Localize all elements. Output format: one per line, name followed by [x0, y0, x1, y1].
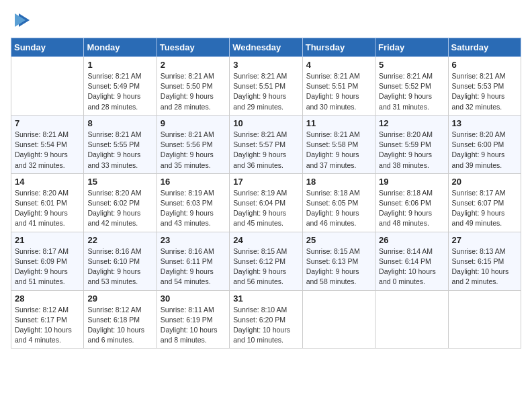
day-info: Sunrise: 8:19 AM Sunset: 6:04 PM Dayligh…	[233, 188, 298, 229]
calendar-day-cell: 17Sunrise: 8:19 AM Sunset: 6:04 PM Dayli…	[230, 173, 302, 232]
day-number: 1	[87, 60, 152, 70]
logo	[11, 11, 31, 30]
day-number: 18	[306, 177, 371, 187]
day-number: 7	[15, 118, 80, 128]
day-info: Sunrise: 8:21 AM Sunset: 5:50 PM Dayligh…	[161, 71, 226, 112]
day-info: Sunrise: 8:21 AM Sunset: 5:51 PM Dayligh…	[233, 71, 298, 112]
day-info: Sunrise: 8:16 AM Sunset: 6:11 PM Dayligh…	[161, 246, 226, 287]
calendar-day-cell: 10Sunrise: 8:21 AM Sunset: 5:57 PM Dayli…	[230, 115, 302, 173]
calendar-day-cell: 11Sunrise: 8:21 AM Sunset: 5:58 PM Dayli…	[302, 115, 375, 173]
day-info: Sunrise: 8:21 AM Sunset: 5:58 PM Dayligh…	[306, 130, 371, 171]
day-number: 10	[233, 118, 298, 128]
day-number: 31	[233, 293, 298, 304]
day-number: 15	[87, 177, 152, 187]
calendar-day-cell: 14Sunrise: 8:20 AM Sunset: 6:01 PM Dayli…	[11, 173, 84, 232]
day-info: Sunrise: 8:18 AM Sunset: 6:05 PM Dayligh…	[306, 188, 371, 229]
day-number: 14	[15, 177, 80, 187]
weekday-header-cell: Friday	[375, 38, 448, 57]
day-number: 22	[87, 235, 152, 245]
calendar-day-cell: 16Sunrise: 8:19 AM Sunset: 6:03 PM Dayli…	[157, 173, 229, 232]
day-number: 21	[15, 235, 80, 245]
day-info: Sunrise: 8:21 AM Sunset: 5:56 PM Dayligh…	[161, 130, 226, 171]
calendar-day-cell: 25Sunrise: 8:15 AM Sunset: 6:13 PM Dayli…	[302, 232, 375, 290]
weekday-header-cell: Tuesday	[157, 38, 229, 57]
calendar-day-cell: 6Sunrise: 8:21 AM Sunset: 5:53 PM Daylig…	[448, 57, 521, 116]
day-info: Sunrise: 8:17 AM Sunset: 6:07 PM Dayligh…	[452, 188, 517, 229]
day-number: 29	[87, 293, 152, 304]
day-info: Sunrise: 8:21 AM Sunset: 5:54 PM Dayligh…	[15, 130, 80, 171]
weekday-header-cell: Saturday	[448, 38, 521, 57]
calendar-day-cell: 18Sunrise: 8:18 AM Sunset: 6:05 PM Dayli…	[302, 173, 375, 232]
day-number: 9	[161, 118, 226, 128]
calendar-week-row: 14Sunrise: 8:20 AM Sunset: 6:01 PM Dayli…	[11, 173, 521, 232]
calendar-day-cell: 7Sunrise: 8:21 AM Sunset: 5:54 PM Daylig…	[11, 115, 84, 173]
day-number: 3	[233, 60, 298, 70]
calendar-week-row: 7Sunrise: 8:21 AM Sunset: 5:54 PM Daylig…	[11, 115, 521, 173]
calendar-day-cell: 27Sunrise: 8:13 AM Sunset: 6:15 PM Dayli…	[448, 232, 521, 290]
calendar-day-cell: 13Sunrise: 8:20 AM Sunset: 6:00 PM Dayli…	[448, 115, 521, 173]
day-number: 23	[161, 235, 226, 245]
day-number: 16	[161, 177, 226, 187]
calendar-day-cell: 31Sunrise: 8:10 AM Sunset: 6:20 PM Dayli…	[230, 290, 302, 349]
day-info: Sunrise: 8:20 AM Sunset: 6:02 PM Dayligh…	[87, 188, 152, 229]
day-info: Sunrise: 8:15 AM Sunset: 6:12 PM Dayligh…	[233, 246, 298, 287]
calendar-day-cell: 26Sunrise: 8:14 AM Sunset: 6:14 PM Dayli…	[375, 232, 448, 290]
day-number: 26	[379, 235, 444, 245]
day-info: Sunrise: 8:10 AM Sunset: 6:20 PM Dayligh…	[233, 305, 298, 346]
calendar-week-row: 1Sunrise: 8:21 AM Sunset: 5:49 PM Daylig…	[11, 57, 521, 116]
day-number: 28	[15, 293, 80, 304]
calendar-week-row: 21Sunrise: 8:17 AM Sunset: 6:09 PM Dayli…	[11, 232, 521, 290]
day-info: Sunrise: 8:21 AM Sunset: 5:49 PM Dayligh…	[87, 71, 152, 112]
day-number: 8	[87, 118, 152, 128]
day-number: 30	[161, 293, 226, 304]
day-info: Sunrise: 8:17 AM Sunset: 6:09 PM Dayligh…	[15, 246, 80, 287]
calendar-day-cell: 28Sunrise: 8:12 AM Sunset: 6:17 PM Dayli…	[11, 290, 84, 349]
day-info: Sunrise: 8:13 AM Sunset: 6:15 PM Dayligh…	[452, 246, 517, 287]
calendar-day-cell: 29Sunrise: 8:12 AM Sunset: 6:18 PM Dayli…	[84, 290, 157, 349]
calendar-day-cell: 12Sunrise: 8:20 AM Sunset: 5:59 PM Dayli…	[375, 115, 448, 173]
logo-icon	[12, 11, 31, 30]
calendar-table: SundayMondayTuesdayWednesdayThursdayFrid…	[11, 38, 521, 349]
day-info: Sunrise: 8:21 AM Sunset: 5:53 PM Dayligh…	[452, 71, 517, 112]
calendar-day-cell: 5Sunrise: 8:21 AM Sunset: 5:52 PM Daylig…	[375, 57, 448, 116]
calendar-day-cell: 20Sunrise: 8:17 AM Sunset: 6:07 PM Dayli…	[448, 173, 521, 232]
day-info: Sunrise: 8:20 AM Sunset: 6:00 PM Dayligh…	[452, 130, 517, 171]
day-number: 25	[306, 235, 371, 245]
weekday-header-cell: Sunday	[11, 38, 84, 57]
calendar-day-cell: 15Sunrise: 8:20 AM Sunset: 6:02 PM Dayli…	[84, 173, 157, 232]
calendar-day-cell: 3Sunrise: 8:21 AM Sunset: 5:51 PM Daylig…	[230, 57, 302, 116]
calendar-day-cell	[375, 290, 448, 349]
day-number: 17	[233, 177, 298, 187]
day-number: 27	[452, 235, 517, 245]
day-number: 11	[306, 118, 371, 128]
weekday-header-row: SundayMondayTuesdayWednesdayThursdayFrid…	[11, 38, 521, 57]
calendar-day-cell: 2Sunrise: 8:21 AM Sunset: 5:50 PM Daylig…	[157, 57, 229, 116]
day-info: Sunrise: 8:20 AM Sunset: 5:59 PM Dayligh…	[379, 130, 444, 171]
calendar-day-cell: 21Sunrise: 8:17 AM Sunset: 6:09 PM Dayli…	[11, 232, 84, 290]
calendar-body: 1Sunrise: 8:21 AM Sunset: 5:49 PM Daylig…	[11, 57, 521, 349]
calendar-day-cell: 9Sunrise: 8:21 AM Sunset: 5:56 PM Daylig…	[157, 115, 229, 173]
calendar-day-cell: 22Sunrise: 8:16 AM Sunset: 6:10 PM Dayli…	[84, 232, 157, 290]
calendar-day-cell: 1Sunrise: 8:21 AM Sunset: 5:49 PM Daylig…	[84, 57, 157, 116]
weekday-header-cell: Thursday	[302, 38, 375, 57]
day-info: Sunrise: 8:14 AM Sunset: 6:14 PM Dayligh…	[379, 246, 444, 287]
weekday-header-cell: Monday	[84, 38, 157, 57]
calendar-day-cell	[448, 290, 521, 349]
calendar-week-row: 28Sunrise: 8:12 AM Sunset: 6:17 PM Dayli…	[11, 290, 521, 349]
day-info: Sunrise: 8:21 AM Sunset: 5:51 PM Dayligh…	[306, 71, 371, 112]
day-number: 13	[452, 118, 517, 128]
day-number: 19	[379, 177, 444, 187]
calendar-day-cell: 19Sunrise: 8:18 AM Sunset: 6:06 PM Dayli…	[375, 173, 448, 232]
day-info: Sunrise: 8:11 AM Sunset: 6:19 PM Dayligh…	[161, 305, 226, 346]
page-header	[11, 11, 521, 30]
calendar-day-cell: 24Sunrise: 8:15 AM Sunset: 6:12 PM Dayli…	[230, 232, 302, 290]
day-number: 4	[306, 60, 371, 70]
day-info: Sunrise: 8:19 AM Sunset: 6:03 PM Dayligh…	[161, 188, 226, 229]
calendar-day-cell	[11, 57, 84, 116]
calendar-day-cell: 8Sunrise: 8:21 AM Sunset: 5:55 PM Daylig…	[84, 115, 157, 173]
day-info: Sunrise: 8:20 AM Sunset: 6:01 PM Dayligh…	[15, 188, 80, 229]
day-info: Sunrise: 8:15 AM Sunset: 6:13 PM Dayligh…	[306, 246, 371, 287]
day-info: Sunrise: 8:18 AM Sunset: 6:06 PM Dayligh…	[379, 188, 444, 229]
day-number: 6	[452, 60, 517, 70]
day-info: Sunrise: 8:12 AM Sunset: 6:18 PM Dayligh…	[87, 305, 152, 346]
